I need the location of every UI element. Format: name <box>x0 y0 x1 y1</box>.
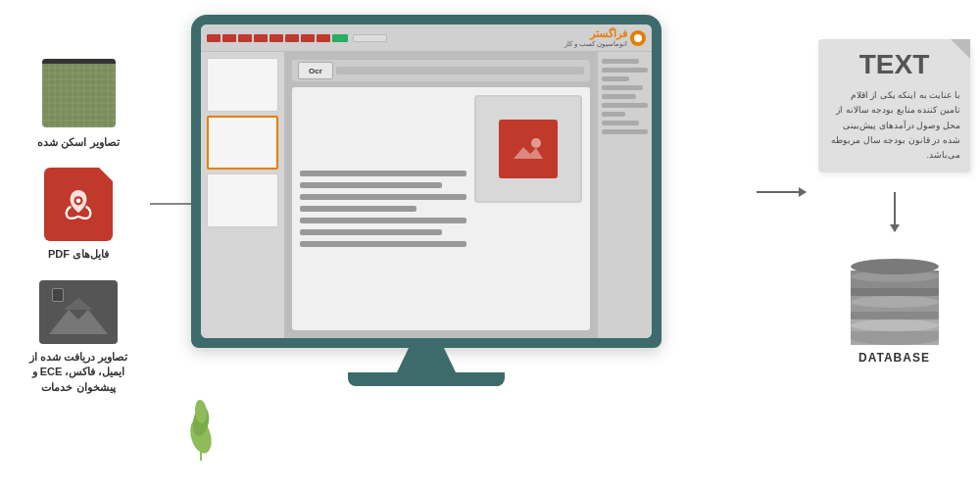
monitor-base <box>348 372 505 386</box>
doc-line-3 <box>300 194 466 200</box>
text-card-title: TEXT <box>828 49 960 80</box>
redbar8 <box>317 34 330 42</box>
scanned-item: تصاویر اسکن شده <box>37 59 119 150</box>
right-line-9 <box>602 129 648 134</box>
screen-content: Ocr <box>201 52 652 338</box>
scanned-image-icon <box>42 59 116 127</box>
redbar2 <box>222 34 236 42</box>
right-line-2 <box>602 68 648 73</box>
doc-line-7 <box>300 241 466 247</box>
pdf-label: فایل‌های PDF <box>48 247 109 262</box>
scene: تصاویر اسکن شده فایل‌های PDF <box>0 0 980 490</box>
doc-image-placeholder <box>474 95 582 203</box>
toolbar-spacer <box>336 67 584 74</box>
inputbar <box>353 34 387 42</box>
email-label: تصاویر دریافت شده از ایمیل، فاکس، ECE و … <box>20 350 137 395</box>
brand-logo-icon <box>630 30 646 46</box>
doc-image-icon <box>499 120 558 178</box>
svg-rect-7 <box>509 129 548 169</box>
doc-line-4 <box>300 206 416 212</box>
doc-line-2 <box>300 182 442 188</box>
screen-sidebar <box>201 52 284 338</box>
right-line-5 <box>602 94 636 99</box>
right-line-8 <box>602 121 639 125</box>
greenbar <box>332 34 348 42</box>
doc-line-5 <box>300 218 466 223</box>
image-icon-svg <box>509 129 548 169</box>
brand-name: فراگستر <box>590 27 627 40</box>
redbar1 <box>207 34 220 42</box>
screen-topbar: فراگستر اتوماسیون کسب و کار <box>201 24 652 52</box>
monitor-container: فراگستر اتوماسیون کسب و کار <box>191 15 662 386</box>
ocr-label: Ocr <box>309 67 322 75</box>
main-doc-area <box>292 87 590 330</box>
pdf-icon <box>44 168 113 241</box>
topbar-brand: فراگستر اتوماسیون کسب و کار <box>564 27 646 48</box>
doc-line-6 <box>300 229 442 235</box>
email-image-icon <box>39 280 118 344</box>
redbar5 <box>270 34 283 42</box>
brand-subtitle: اتوماسیون کسب و کار <box>564 40 627 48</box>
right-side: TEXT با عنایت به اینکه یکی از اقلام تامی… <box>818 39 970 365</box>
redbar7 <box>301 34 315 42</box>
text-card: TEXT با عنایت به اینکه یکی از اقلام تامی… <box>818 39 970 172</box>
text-card-body: با عنایت به اینکه یکی از اقلام تامین کنن… <box>828 88 960 163</box>
arrow-to-text <box>757 191 806 193</box>
sidebar-thumb-2 <box>207 116 278 170</box>
right-line-6 <box>602 103 648 108</box>
sidebar-thumb-3 <box>207 173 278 227</box>
screen-main: Ocr <box>284 52 598 338</box>
right-line-4 <box>602 85 643 90</box>
left-inputs: تصاویر اسکن شده فایل‌های PDF <box>20 59 137 395</box>
sidebar-thumb-1 <box>207 58 278 112</box>
monitor: فراگستر اتوماسیون کسب و کار <box>191 15 662 348</box>
right-line-3 <box>602 76 629 81</box>
plant-decoration <box>181 382 220 461</box>
doc-text-column <box>300 95 466 322</box>
db-layer-3 <box>851 319 939 345</box>
main-toolbar: Ocr <box>292 60 590 81</box>
email-item: تصاویر دریافت شده از ایمیل، فاکس، ECE و … <box>20 280 137 395</box>
right-line-7 <box>602 112 625 117</box>
redbar6 <box>285 34 299 42</box>
right-line-1 <box>602 59 639 64</box>
pdf-item: فایل‌های PDF <box>44 168 113 262</box>
screen-right-panel <box>598 52 652 338</box>
database: DATABASE <box>851 251 939 365</box>
redbar4 <box>254 34 268 42</box>
database-label: DATABASE <box>858 351 930 365</box>
monitor-screen: فراگستر اتوماسیون کسب و کار <box>201 24 652 338</box>
svg-point-1 <box>76 198 81 203</box>
scanned-label: تصاویر اسکن شده <box>37 135 119 150</box>
arrow-down <box>894 192 896 231</box>
doc-line-1 <box>300 171 466 176</box>
svg-point-8 <box>531 138 541 148</box>
topbar-colorbar <box>207 34 561 42</box>
monitor-neck <box>397 348 456 372</box>
ocr-badge: Ocr <box>298 62 333 79</box>
svg-rect-6 <box>53 289 63 301</box>
redbar3 <box>238 34 252 42</box>
